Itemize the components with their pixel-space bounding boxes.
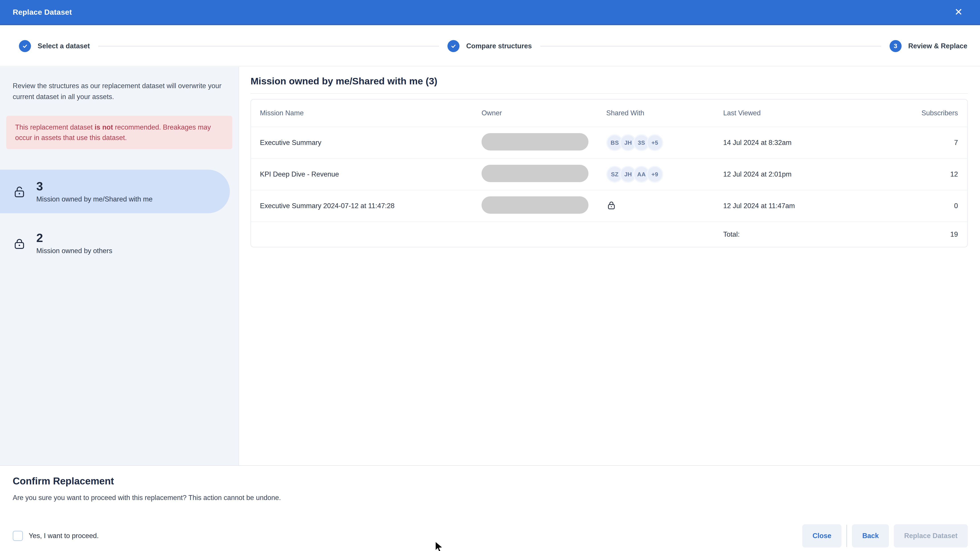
confirm-message: Are you sure you want to proceed with th…: [13, 494, 968, 502]
mouse-cursor: [435, 541, 446, 551]
mission-count: 2: [36, 231, 112, 245]
close-button[interactable]: Close: [802, 524, 842, 548]
column-owner: Owner: [482, 109, 606, 117]
owner-redacted-pill: [482, 165, 589, 182]
dialog-titlebar: Replace Dataset ✕: [0, 0, 980, 25]
sidebar-item-missions-owned-by-me[interactable]: 3 Mission owned by me/Shared with me: [0, 170, 230, 213]
last-viewed: 12 Jul 2024 at 11:47am: [723, 202, 917, 210]
table-row: Executive Summary 2024-07-12 at 11:47:28…: [251, 190, 967, 222]
column-subscribers: Subscribers: [917, 109, 959, 117]
check-icon: [19, 40, 31, 52]
proceed-checkbox[interactable]: [13, 531, 23, 541]
last-viewed: 12 Jul 2024 at 2:01pm: [723, 170, 917, 178]
replace-dataset-button[interactable]: Replace Dataset: [894, 524, 968, 548]
last-viewed: 14 Jul 2024 at 8:32am: [723, 139, 917, 147]
step-connector: [540, 46, 881, 46]
avatar-overflow-badge: +9: [646, 166, 663, 183]
missions-table: Mission Name Owner Shared With Last View…: [251, 99, 968, 247]
column-mission-name: Mission Name: [260, 109, 482, 117]
proceed-checkbox-label: Yes, I want to proceed.: [29, 532, 99, 540]
step-select-dataset[interactable]: Select a dataset: [19, 40, 90, 52]
button-divider: [846, 525, 847, 547]
total-label: Total:: [723, 230, 917, 238]
heading-divider: [251, 93, 968, 94]
step-label: Select a dataset: [38, 42, 90, 50]
back-button[interactable]: Back: [852, 524, 889, 548]
shared-with-avatars: SZ JH AA +9: [606, 166, 723, 183]
step-compare-structures[interactable]: Compare structures: [447, 40, 532, 52]
confirm-footer: Confirm Replacement Are you sure you wan…: [0, 465, 980, 551]
column-shared-with: Shared With: [606, 109, 723, 117]
step-connector: [98, 46, 439, 46]
subscribers-count: 7: [917, 139, 959, 147]
avatar-overflow-badge: +5: [646, 134, 663, 151]
lock-icon: [13, 237, 26, 250]
lock-icon: [606, 200, 617, 210]
step-label: Compare structures: [466, 42, 532, 50]
check-icon: [447, 40, 460, 52]
mission-group-list: 3 Mission owned by me/Shared with me 2: [0, 170, 239, 265]
table-row: KPI Deep Dive - Revenue SZ JH AA +9 12 J…: [251, 158, 967, 190]
mission-count: 3: [36, 179, 153, 193]
close-icon[interactable]: ✕: [955, 7, 963, 17]
unlock-icon: [13, 185, 26, 198]
owner-redacted-pill: [482, 133, 589, 151]
subscribers-count: 12: [917, 170, 959, 178]
table-total-row: Total: 19: [251, 222, 967, 247]
confirm-heading: Confirm Replacement: [13, 476, 968, 487]
step-number-badge: 3: [889, 40, 902, 52]
review-sidebar: Review the structures as our replacement…: [0, 67, 239, 465]
mission-name: Executive Summary 2024-07-12 at 11:47:28: [260, 202, 482, 210]
wizard-stepper: Select a dataset Compare structures 3 Re…: [0, 26, 980, 66]
mission-group-label: Mission owned by others: [36, 247, 112, 255]
column-last-viewed: Last Viewed: [723, 109, 917, 117]
sidebar-intro-text: Review the structures as our replacement…: [13, 81, 226, 102]
replace-dataset-dialog: Replace Dataset ✕ Select a dataset Compa…: [0, 0, 980, 551]
page-title: Mission owned by me/Shared with me (3): [251, 76, 968, 87]
table-header: Mission Name Owner Shared With Last View…: [251, 100, 967, 127]
shared-with-avatars: BS JH 3S +5: [606, 134, 723, 151]
dialog-title: Replace Dataset: [13, 8, 72, 16]
subscribers-count: 0: [917, 202, 959, 210]
mission-group-label: Mission owned by me/Shared with me: [36, 195, 153, 203]
mission-name: KPI Deep Dive - Revenue: [260, 170, 482, 178]
total-subscribers: 19: [917, 230, 959, 238]
not-recommended-warning: This replacement dataset is not recommen…: [6, 116, 232, 149]
missions-panel: Mission owned by me/Shared with me (3) M…: [239, 67, 980, 465]
step-label: Review & Replace: [908, 42, 967, 50]
owner-redacted-pill: [482, 196, 589, 214]
table-row: Executive Summary BS JH 3S +5 14 Jul 202…: [251, 127, 967, 158]
shared-private: [606, 200, 723, 212]
mission-name: Executive Summary: [260, 139, 482, 147]
sidebar-item-missions-owned-by-others[interactable]: 2 Mission owned by others: [0, 221, 230, 265]
step-review-replace[interactable]: 3 Review & Replace: [889, 40, 967, 52]
